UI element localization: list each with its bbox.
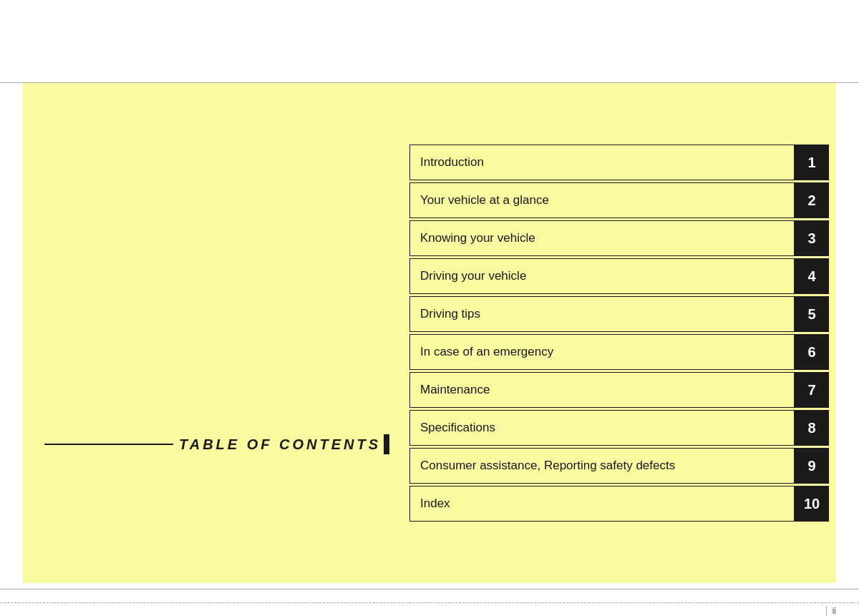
toc-entry-number: 10 (795, 486, 829, 522)
page-num-container: ii (0, 606, 859, 616)
toc-entry-label: Introduction (409, 145, 795, 180)
toc-list: Introduction1Your vehicle at a glance2Kn… (402, 97, 836, 569)
toc-entry-number: 4 (795, 258, 829, 294)
toc-title-marker (384, 434, 389, 454)
toc-entry-label: Specifications (409, 410, 795, 446)
page-number: ii (826, 606, 836, 616)
toc-entry-label: Knowing your vehicle (409, 220, 795, 256)
toc-entry-number: 2 (795, 182, 829, 218)
toc-title: TABLE OF CONTENTS (179, 436, 381, 453)
toc-entry-number: 8 (795, 410, 829, 446)
toc-entry[interactable]: Specifications8 (409, 410, 829, 446)
toc-entry-number: 9 (795, 448, 829, 484)
toc-entry-label: Consumer assistance, Reporting safety de… (409, 448, 795, 484)
toc-entry-number: 5 (795, 296, 829, 332)
toc-entry[interactable]: In case of an emergency6 (409, 334, 829, 370)
toc-entry-number: 7 (795, 372, 829, 408)
toc-entry-label: In case of an emergency (409, 334, 795, 370)
toc-entry[interactable]: Introduction1 (409, 145, 829, 180)
toc-entry-label: Driving tips (409, 296, 795, 332)
toc-entry-label: Index (409, 486, 795, 522)
toc-entry[interactable]: Driving your vehicle4 (409, 258, 829, 294)
bottom-dashed (0, 602, 859, 603)
toc-entry[interactable]: Maintenance7 (409, 372, 829, 408)
toc-title-line (44, 444, 173, 445)
toc-entry[interactable]: Driving tips5 (409, 296, 829, 332)
bottom-rule (0, 589, 859, 590)
toc-entry-label: Maintenance (409, 372, 795, 408)
toc-entry-number: 6 (795, 334, 829, 370)
toc-entry-number: 1 (795, 145, 829, 180)
toc-entry[interactable]: Index10 (409, 486, 829, 522)
left-section: TABLE OF CONTENTS (23, 97, 402, 569)
toc-entry[interactable]: Consumer assistance, Reporting safety de… (409, 448, 829, 484)
toc-entry[interactable]: Knowing your vehicle3 (409, 220, 829, 256)
toc-entry-number: 3 (795, 220, 829, 256)
toc-entry[interactable]: Your vehicle at a glance2 (409, 182, 829, 218)
toc-title-container: TABLE OF CONTENTS (44, 434, 389, 454)
toc-entry-label: Your vehicle at a glance (409, 182, 795, 218)
toc-entry-label: Driving your vehicle (409, 258, 795, 294)
main-content: TABLE OF CONTENTS Introduction1Your vehi… (23, 83, 836, 583)
